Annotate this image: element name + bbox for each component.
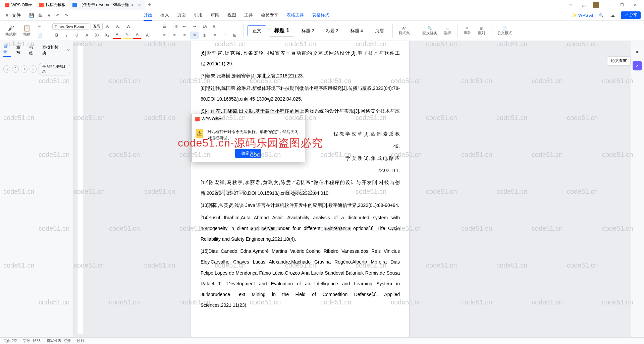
status-proof[interactable]: 校对: [77, 338, 84, 343]
tab-table-style[interactable]: 表格样式: [312, 10, 329, 21]
status-spell[interactable]: 拼写检查: 打开: [47, 338, 71, 343]
para-spacing-icon[interactable]: ≡: [210, 32, 219, 39]
underline-icon[interactable]: U: [72, 32, 81, 39]
decrease-font-icon[interactable]: A↓: [114, 23, 123, 30]
tab-reference[interactable]: 引用: [194, 10, 203, 21]
tab-review[interactable]: 审阅: [211, 10, 219, 21]
cut-icon[interactable]: ✂: [35, 23, 44, 30]
tab-close-icon[interactable]: ✕: [138, 2, 142, 8]
font-size-select[interactable]: 五号: [91, 23, 103, 30]
highlight-icon[interactable]: ✎: [123, 32, 131, 39]
undo-icon[interactable]: ↶: [54, 12, 61, 19]
collapse-all-icon[interactable]: ⌄: [3, 65, 10, 73]
search-icon[interactable]: 🔍: [598, 12, 605, 19]
doc-line: [6]孙郁露,汤克强.具备宠物同城寄养平台功能的交互式网站设计[J].电子技术与…: [201, 48, 400, 69]
new-tab-button[interactable]: +: [145, 0, 154, 10]
style-h3[interactable]: 标题 3: [321, 26, 343, 36]
close-button[interactable]: ✕: [631, 3, 639, 7]
style-set-group[interactable]: Aᴬ 样式集: [397, 26, 412, 36]
rail-paper-check-icon[interactable]: ✓: [633, 61, 642, 70]
vertical-ruler[interactable]: [77, 44, 83, 334]
tab-start[interactable]: 开始: [144, 10, 152, 21]
dialog-ok-button[interactable]: 确定(Y): [235, 149, 261, 158]
hamburger-icon[interactable]: ≡: [3, 12, 10, 19]
font-effects-icon[interactable]: A: [143, 32, 152, 39]
font-color-icon[interactable]: A: [113, 32, 121, 39]
paste-group[interactable]: 📋 粘贴: [21, 24, 33, 37]
tab-table-tools[interactable]: 表格工具: [286, 10, 304, 21]
line-spacing-icon[interactable]: ≡↕: [210, 23, 219, 30]
tab-templates[interactable]: 找稿壳模板: [36, 0, 69, 10]
save-icon[interactable]: 💾: [28, 12, 35, 19]
outdent-icon[interactable]: ⇤: [180, 23, 189, 30]
sidenav-tab-chapter[interactable]: 章节: [16, 45, 24, 56]
print-icon[interactable]: 🖶: [37, 12, 44, 19]
sidenav-tab-bookmark[interactable]: 书签: [29, 45, 37, 56]
file-menu[interactable]: 文件: [12, 12, 21, 18]
superscript-icon[interactable]: X²: [93, 32, 101, 39]
text-direction-icon[interactable]: ↕A: [200, 23, 209, 30]
italic-icon[interactable]: I: [62, 32, 71, 39]
distribute-icon[interactable]: ⫼: [200, 32, 209, 39]
find-replace-group[interactable]: 🔍 查找替换: [420, 26, 439, 36]
tab-document[interactable]: （任务书）weixin288基于微 ● ✕: [69, 0, 145, 10]
document-page[interactable]: [6]孙郁露,汤克强.具备宠物同城寄养平台功能的交互式网站设计[J].电子技术与…: [191, 41, 409, 337]
avatar-icon[interactable]: [593, 2, 599, 8]
tab-member[interactable]: 会员专享: [261, 10, 278, 21]
apps-icon[interactable]: ⬚: [580, 3, 588, 7]
subscript-icon[interactable]: X₂: [103, 32, 111, 39]
select-group[interactable]: ▭ 选择: [442, 26, 453, 36]
style-header[interactable]: 页眉: [370, 26, 388, 36]
font-bg-icon[interactable]: A: [133, 32, 142, 39]
increase-font-icon[interactable]: A↑: [104, 23, 113, 30]
status-page[interactable]: 页面 2/2: [3, 338, 17, 343]
status-words[interactable]: 字数: 1683: [23, 338, 41, 343]
cloud-icon[interactable]: ☁: [609, 12, 616, 19]
tab-page[interactable]: 页面: [177, 10, 186, 21]
official-group[interactable]: 📄 公文模式: [495, 26, 514, 36]
minimize-button[interactable]: —: [604, 3, 612, 7]
copy-icon[interactable]: 📄: [35, 32, 44, 39]
sort-group[interactable]: ≡ 排版: [462, 26, 473, 35]
expand-icon[interactable]: ⌃: [12, 65, 19, 73]
align-left-icon[interactable]: ≡: [160, 32, 169, 39]
compact-icon[interactable]: ▭: [566, 3, 574, 7]
format-brush-group[interactable]: 🖌 格式刷: [3, 25, 18, 37]
wps-ai-button[interactable]: ✨ WPS AI: [572, 13, 593, 18]
tab-view[interactable]: 视图: [227, 10, 236, 21]
tab-wps-home[interactable]: WPS Office: [1, 0, 36, 10]
tab-insert[interactable]: 插入: [160, 10, 169, 21]
bold-icon[interactable]: B: [52, 32, 61, 39]
style-body[interactable]: 正文: [248, 25, 266, 36]
sidenav-close-icon[interactable]: ✕: [67, 48, 70, 53]
add-icon[interactable]: +: [21, 65, 28, 73]
arrange-group[interactable]: ⊞ 排列: [476, 26, 487, 36]
align-justify-icon[interactable]: ≡: [190, 32, 199, 39]
numbering-icon[interactable]: ⋮≡: [170, 23, 179, 30]
sidenav-tab-toc[interactable]: 目录: [3, 44, 11, 57]
strike-icon[interactable]: A: [83, 32, 91, 39]
bullets-icon[interactable]: ☰: [160, 23, 169, 30]
style-h2[interactable]: 标题 2: [297, 26, 319, 36]
shading-icon[interactable]: ▱: [220, 32, 229, 39]
style-h1[interactable]: 标题 1: [269, 25, 294, 37]
maximize-button[interactable]: ☐: [618, 3, 626, 7]
rail-collapse-icon[interactable]: ≡: [633, 48, 642, 57]
style-h4[interactable]: 标题 4: [346, 26, 368, 36]
clear-format-icon[interactable]: A̸: [124, 23, 133, 30]
font-name-select[interactable]: Times New Roma: [52, 23, 89, 30]
indent-icon[interactable]: ⇥: [190, 23, 199, 30]
share-button[interactable]: ↗ 分享: [621, 11, 641, 19]
dialog-close-icon[interactable]: ✕: [298, 116, 302, 122]
sidenav-tab-find[interactable]: 查找和替换: [42, 45, 61, 56]
smart-toc-button[interactable]: 👁 智能识别目录: [39, 63, 70, 75]
print-preview-icon[interactable]: 🖨: [46, 12, 52, 19]
paper-check-label[interactable]: 论文查重: [607, 56, 631, 65]
align-center-icon[interactable]: ≡: [170, 32, 179, 39]
tab-label: WPS Office: [11, 3, 32, 7]
borders-icon[interactable]: ⊞: [230, 32, 239, 39]
redo-icon[interactable]: ↷: [63, 12, 70, 19]
align-right-icon[interactable]: ≡: [180, 32, 189, 39]
remove-icon[interactable]: −: [30, 65, 36, 73]
tab-tools[interactable]: 工具: [244, 10, 253, 21]
